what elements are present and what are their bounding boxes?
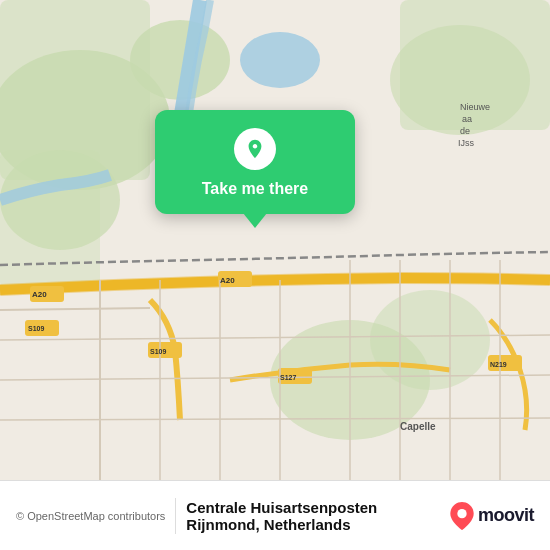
svg-text:S109: S109	[150, 348, 166, 355]
osm-attribution: © OpenStreetMap contributors	[16, 510, 165, 522]
moovit-brand-text: moovit	[478, 505, 534, 526]
svg-text:N219: N219	[490, 361, 507, 368]
take-me-there-popup[interactable]: Take me there	[155, 110, 355, 214]
svg-point-10	[240, 32, 320, 88]
svg-text:IJss: IJss	[458, 138, 475, 148]
svg-text:A20: A20	[220, 276, 235, 285]
svg-text:Nieuwe: Nieuwe	[460, 102, 490, 112]
location-pin-icon	[234, 128, 276, 170]
svg-text:Capelle: Capelle	[400, 421, 436, 432]
svg-text:aa: aa	[462, 114, 472, 124]
svg-text:A20: A20	[32, 290, 47, 299]
svg-point-40	[457, 509, 466, 518]
svg-text:de: de	[460, 126, 470, 136]
take-me-there-label: Take me there	[202, 180, 308, 198]
map-view[interactable]: Nieuwe aa de IJss Capelle A20 S109 S127 …	[0, 0, 550, 480]
moovit-pin-icon	[450, 502, 474, 530]
location-title: Centrale Huisartsenposten Rijnmond, Neth…	[186, 499, 440, 533]
footer-bar: © OpenStreetMap contributors Centrale Hu…	[0, 480, 550, 550]
svg-text:S127: S127	[280, 374, 296, 381]
svg-rect-5	[0, 150, 100, 290]
footer-divider	[175, 498, 176, 534]
moovit-logo[interactable]: moovit	[450, 502, 534, 530]
svg-text:S109: S109	[28, 325, 44, 332]
